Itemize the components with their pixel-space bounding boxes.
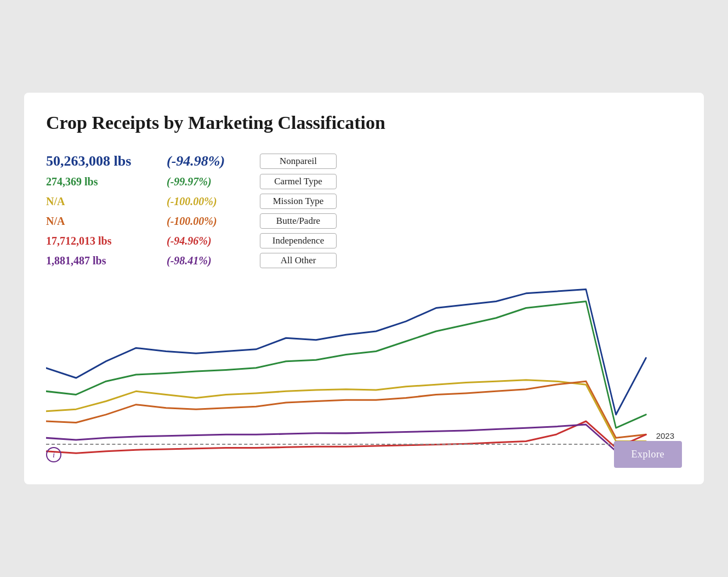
stat-row-mission: N/A(-100.00%)Mission Type bbox=[46, 194, 682, 209]
stat-pct-independence: (-94.96%) bbox=[167, 235, 260, 247]
main-card: Crop Receipts by Marketing Classificatio… bbox=[24, 93, 704, 484]
chart-line-carmel bbox=[46, 301, 646, 428]
stat-row-independence: 17,712,013 lbs(-94.96%)Independence bbox=[46, 233, 682, 248]
stat-label-nonpareil: Nonpareil bbox=[260, 154, 337, 169]
chart-svg bbox=[46, 281, 682, 468]
stat-value-allother: 1,881,487 lbs bbox=[46, 254, 167, 267]
stat-row-carmel: 274,369 lbs(-99.97%)Carmel Type bbox=[46, 174, 682, 189]
stat-row-butte: N/A(-100.00%)Butte/Padre bbox=[46, 213, 682, 229]
page-title: Crop Receipts by Marketing Classificatio… bbox=[46, 112, 682, 133]
stat-pct-butte: (-100.00%) bbox=[167, 215, 260, 228]
stat-pct-nonpareil: (-94.98%) bbox=[167, 153, 260, 169]
stat-pct-mission: (-100.00%) bbox=[167, 195, 260, 208]
stat-label-allother: All Other bbox=[260, 253, 337, 268]
stat-row-allother: 1,881,487 lbs(-98.41%)All Other bbox=[46, 253, 682, 268]
chart-line-nonpareil bbox=[46, 290, 646, 415]
year-label: 2023 bbox=[656, 431, 674, 440]
stats-legend: 50,263,008 lbs(-94.98%)Nonpareil274,369 … bbox=[46, 153, 682, 268]
stat-label-carmel: Carmel Type bbox=[260, 174, 337, 189]
stat-pct-allother: (-98.41%) bbox=[167, 254, 260, 267]
chart-area: 2023 i Explore bbox=[46, 281, 682, 468]
stat-row-nonpareil: 50,263,008 lbs(-94.98%)Nonpareil bbox=[46, 153, 682, 169]
stat-label-mission: Mission Type bbox=[260, 194, 337, 209]
info-icon[interactable]: i bbox=[46, 447, 61, 462]
chart-line-mission bbox=[46, 380, 646, 442]
stat-value-carmel: 274,369 lbs bbox=[46, 176, 167, 188]
stat-value-butte: N/A bbox=[46, 215, 167, 228]
dashed-line bbox=[46, 444, 682, 445]
stat-label-independence: Independence bbox=[260, 233, 337, 248]
stat-pct-carmel: (-99.97%) bbox=[167, 176, 260, 188]
stat-value-mission: N/A bbox=[46, 195, 167, 208]
explore-button[interactable]: Explore bbox=[614, 441, 682, 468]
stat-value-nonpareil: 50,263,008 lbs bbox=[46, 153, 167, 169]
stat-value-independence: 17,712,013 lbs bbox=[46, 235, 167, 247]
stat-label-butte: Butte/Padre bbox=[260, 213, 337, 229]
